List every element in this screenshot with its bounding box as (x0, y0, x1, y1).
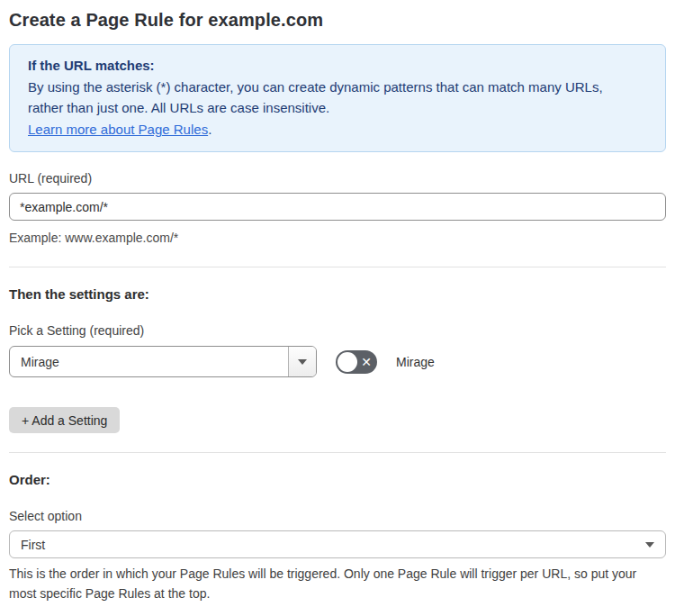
url-field-helper: Example: www.example.com/* (9, 228, 666, 248)
order-select-value: First (21, 538, 645, 552)
info-box-heading: If the URL matches: (28, 55, 647, 76)
setting-select-arrow-button[interactable] (288, 347, 316, 376)
order-section-heading: Order: (9, 472, 666, 487)
toggle-off-x-icon: ✕ (361, 355, 372, 367)
setting-row: Mirage ✕ Mirage (9, 346, 666, 377)
url-input[interactable] (9, 193, 666, 221)
info-box-body: By using the asterisk (*) character, you… (28, 77, 631, 118)
link-suffix: . (208, 122, 212, 137)
info-box-link-line: Learn more about Page Rules. (28, 119, 631, 140)
setting-picker-label: Pick a Setting (required) (9, 323, 666, 338)
add-setting-button[interactable]: + Add a Setting (9, 407, 120, 433)
mirage-toggle[interactable]: ✕ (336, 350, 377, 374)
url-field-label: URL (required) (9, 171, 666, 186)
order-select-label: Select option (9, 509, 666, 523)
toggle-knob (338, 352, 357, 372)
page-title: Create a Page Rule for example.com (9, 10, 666, 31)
divider (9, 267, 666, 267)
learn-more-link[interactable]: Learn more about Page Rules (28, 122, 208, 137)
order-select[interactable]: First (9, 530, 666, 558)
chevron-down-icon (645, 542, 654, 548)
toggle-label: Mirage (396, 355, 435, 369)
divider (9, 452, 666, 453)
settings-section-heading: Then the settings are: (9, 286, 666, 302)
url-match-info-box: If the URL matches: By using the asteris… (9, 44, 666, 152)
order-helper-text: This is the order in which your Page Rul… (9, 564, 657, 603)
setting-select-value: Mirage (10, 347, 288, 376)
setting-select[interactable]: Mirage (9, 346, 317, 377)
chevron-down-icon (298, 359, 307, 365)
